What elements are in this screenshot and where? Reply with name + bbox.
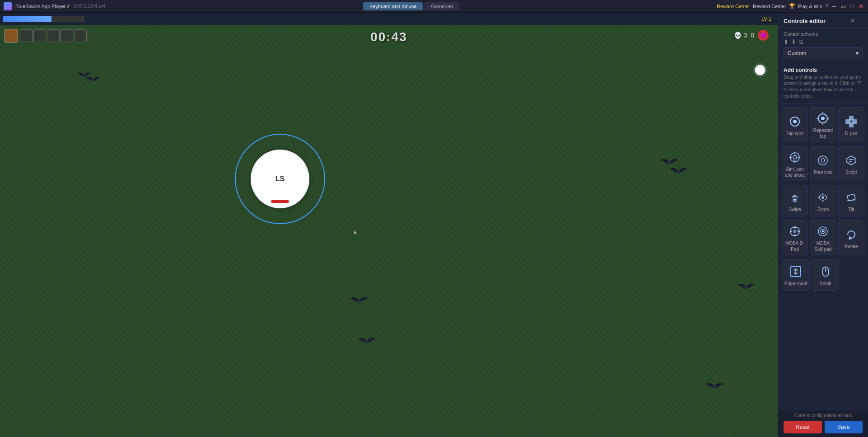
svg-rect-12 [849, 116, 853, 120]
tilt-icon [844, 190, 859, 205]
controls-row-1: Tap spot Repeated tap [782, 107, 864, 142]
minimize-btn[interactable]: ─ [831, 3, 837, 9]
free-look-label: Free look [814, 169, 833, 175]
script-icon [844, 153, 859, 168]
joystick-label: LS [275, 175, 285, 183]
title-bar-right: Reward Center Reward Center 🏆 Play & Win… [717, 3, 864, 9]
hud-slot-4 [61, 29, 73, 42]
moba-dpad-label: MOBA D-Pad [784, 240, 806, 252]
edge-scroll-label: Edge scroll [784, 281, 807, 287]
close-btn[interactable]: ✕ [858, 3, 864, 9]
svg-point-2 [676, 170, 681, 174]
control-tap-spot[interactable]: Tap spot [782, 107, 808, 142]
tab-keyboard[interactable]: Keyboard and mouse [363, 2, 423, 10]
bat-7 [705, 381, 723, 392]
empty-slot [841, 259, 864, 291]
controls-bottom: Current configuration actions Reset Save [778, 409, 868, 437]
scheme-dropdown[interactable]: Custom ▾ [784, 47, 863, 59]
reward-center-label[interactable]: Reward Center [717, 4, 750, 9]
free-look-icon [816, 153, 830, 168]
title-bar-tabs: Keyboard and mouse Gamepad [363, 2, 459, 10]
controls-panel-title: Controls editor [784, 18, 826, 24]
share-icon[interactable]: ⬆ [784, 38, 789, 46]
edge-scroll-icon [789, 264, 803, 279]
svg-point-18 [793, 155, 797, 159]
controls-panel: Controls editor ✕ ─ Control scheme ⬆ ⬇ ⧉… [778, 13, 868, 437]
moba-skill-pad-label: MOBA Skill pad [812, 240, 834, 252]
svg-marker-25 [847, 156, 856, 165]
dpad-label: D-pad [845, 131, 857, 136]
chevron-down-icon: ▾ [856, 50, 859, 56]
svg-point-9 [793, 120, 796, 123]
hud-top-right: 💀 3 0 😈 [734, 30, 769, 41]
help-icon[interactable]: ? [825, 3, 828, 9]
svg-point-33 [793, 230, 796, 233]
controls-panel-header: Controls editor ✕ ─ [778, 13, 868, 28]
level-badge: LV 1 [761, 16, 771, 22]
main-layout: LV 1 00:43 💀 3 0 [0, 13, 868, 437]
control-script[interactable]: Script [838, 146, 864, 181]
close-panel-icon[interactable]: ✕ [850, 17, 855, 24]
svg-point-11 [821, 117, 824, 120]
current-config-label: Current configuration actions [784, 413, 863, 418]
control-free-look[interactable]: Free look [810, 146, 836, 181]
svg-marker-37 [849, 237, 851, 240]
white-ball-indicator [755, 65, 765, 75]
svg-point-1 [91, 79, 95, 81]
skull-count: 💀 3 [734, 32, 747, 39]
add-controls-desc: Drag and drop an action on your game scr… [784, 74, 863, 99]
score-display: 0 [751, 32, 754, 39]
import-icon[interactable]: ⬇ [791, 38, 796, 46]
joystick-inner[interactable]: LS [251, 150, 309, 208]
maximize-btn[interactable]: □ [849, 3, 855, 9]
save-button[interactable]: Save [825, 421, 863, 433]
arrow-cursor: ▲ [352, 228, 358, 235]
joystick-outer[interactable]: LS [235, 134, 325, 224]
control-dpad[interactable]: D-pad [838, 107, 864, 142]
minimize-panel-icon[interactable]: ─ [858, 17, 863, 24]
tap-spot-label: Tap spot [786, 131, 803, 136]
svg-point-6 [712, 385, 717, 389]
control-repeated-tap[interactable]: Repeated tap [810, 107, 836, 142]
repeated-tap-label: Repeated tap [812, 127, 834, 139]
tilt-label: Tilt [848, 207, 854, 212]
control-rotate[interactable]: Rotate [838, 220, 864, 255]
reset-button[interactable]: Reset [784, 421, 822, 433]
svg-rect-15 [853, 120, 857, 123]
play-win-text[interactable]: Play & Win [798, 4, 822, 9]
repeated-tap-icon [816, 111, 830, 126]
restore-btn[interactable]: ▭ [840, 3, 846, 9]
tab-gamepad[interactable]: Gamepad [425, 2, 459, 10]
control-tilt[interactable]: Tilt [838, 185, 864, 216]
hud-slot-2 [33, 29, 46, 42]
reward-center-text[interactable]: Reward Center [753, 4, 786, 9]
zoom-label: Zoom [817, 207, 829, 212]
control-zoom[interactable]: Zoom [810, 185, 836, 216]
control-moba-dpad[interactable]: MOBA D-Pad [782, 220, 808, 255]
control-moba-skill-pad[interactable]: MOBA Skill pad [810, 220, 836, 255]
health-bar-container [3, 16, 84, 22]
control-edge-scroll[interactable]: Edge scroll [782, 259, 810, 291]
skull-icon: 💀 [734, 32, 742, 39]
game-area: LV 1 00:43 💀 3 0 [0, 13, 778, 437]
hud-slot-3 [47, 29, 60, 42]
svg-rect-16 [849, 120, 853, 123]
script-label: Script [845, 169, 857, 175]
control-aim-pan-shoot[interactable]: Aim, pan and shoot [782, 146, 808, 181]
control-scroll[interactable]: Scroll [812, 259, 840, 291]
svg-point-24 [821, 159, 825, 162]
game-toolbar: LV 1 [0, 13, 778, 25]
skull-number: 3 [743, 32, 747, 39]
control-swipe[interactable]: Swipe [782, 185, 808, 216]
scheme-label: Control scheme [784, 31, 863, 37]
controls-row-3: Swipe Zoom [782, 185, 864, 216]
zoom-icon [816, 190, 830, 205]
rotate-icon [844, 227, 859, 242]
duplicate-icon[interactable]: ⧉ [799, 38, 803, 46]
controls-row-4: MOBA D-Pad MOBA Skill pad [782, 220, 864, 255]
game-canvas[interactable]: 00:43 💀 3 0 😈 [0, 25, 778, 437]
aim-pan-shoot-icon [788, 150, 802, 164]
app-logo [4, 2, 12, 10]
hud-avatar [5, 29, 18, 42]
dpad-icon [844, 114, 859, 129]
